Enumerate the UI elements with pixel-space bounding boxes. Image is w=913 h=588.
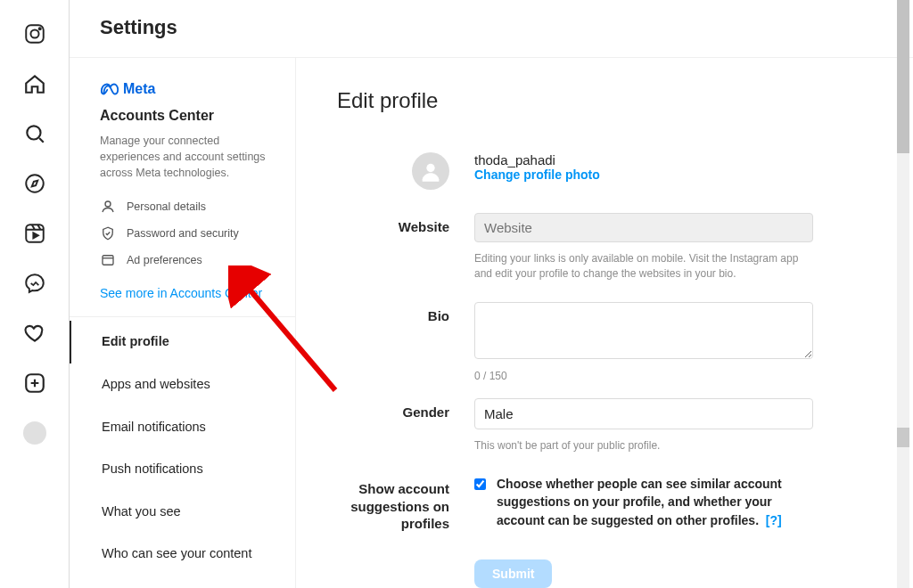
person-icon <box>100 199 116 215</box>
svg-point-7 <box>105 201 111 207</box>
change-profile-photo-link[interactable]: Change profile photo <box>474 167 813 182</box>
meta-logo-icon <box>100 79 119 99</box>
profile-avatar-icon[interactable] <box>22 421 47 445</box>
svg-point-2 <box>38 28 40 29</box>
accounts-center-desc: Manage your connected experiences and ac… <box>100 133 270 181</box>
search-icon[interactable] <box>22 121 47 146</box>
scrollbar-thumb[interactable] <box>897 0 909 153</box>
username-display: thoda_pahadi <box>474 152 813 167</box>
shield-icon <box>100 225 116 241</box>
accounts-center-item-personal[interactable]: Personal details <box>100 193 270 220</box>
svg-point-4 <box>26 175 44 192</box>
edit-profile-panel: Edit profile thoda_pahadi Change profile… <box>296 58 913 588</box>
website-label: Website <box>337 213 474 236</box>
meta-logo: Meta <box>100 79 270 99</box>
nav-what-you-see[interactable]: What you see <box>70 491 295 534</box>
svg-point-3 <box>27 126 40 139</box>
suggestions-text-body: Choose whether people can see similar ac… <box>497 477 782 527</box>
suggestions-help-link[interactable]: [?] <box>766 513 782 527</box>
heart-notifications-icon[interactable] <box>22 321 47 346</box>
accounts-center-title: Accounts Center <box>100 108 270 124</box>
ac-item-label: Ad preferences <box>127 254 202 266</box>
left-nav-rail <box>0 0 70 588</box>
accounts-center-card: Meta Accounts Center Manage your connect… <box>70 58 295 317</box>
profile-photo-row: thoda_pahadi Change profile photo <box>337 152 872 190</box>
bio-row: Bio 0 / 150 <box>337 302 872 382</box>
nav-who-can-see[interactable]: Who can see your content <box>70 533 295 576</box>
website-row: Website Editing your links is only avail… <box>337 213 872 282</box>
website-hint: Editing your links is only available on … <box>474 251 813 282</box>
gender-label: Gender <box>337 398 474 421</box>
nav-edit-profile[interactable]: Edit profile <box>70 321 295 363</box>
bio-textarea[interactable] <box>474 302 813 359</box>
settings-sidebar: Meta Accounts Center Manage your connect… <box>70 58 296 588</box>
create-plus-icon[interactable] <box>22 371 47 396</box>
main-area: Settings Meta Accounts Center Manage you… <box>70 0 913 588</box>
nav-how-others-interact[interactable]: How others can interact with you <box>70 576 295 588</box>
ad-icon <box>100 252 116 268</box>
edit-profile-heading: Edit profile <box>337 88 872 113</box>
gender-hint: This won't be part of your public profil… <box>474 438 813 453</box>
avatar-placeholder-icon <box>412 152 449 190</box>
messenger-icon[interactable] <box>22 271 47 296</box>
nav-apps-and-websites[interactable]: Apps and websites <box>70 363 295 406</box>
suggestions-checkbox[interactable] <box>474 478 486 491</box>
see-more-accounts-center-link[interactable]: See more in Accounts Center <box>100 286 270 300</box>
svg-rect-8 <box>103 256 113 265</box>
suggestions-label: Show account suggestions on profiles <box>337 475 474 533</box>
gender-row: Gender Male This won't be part of your p… <box>337 398 872 453</box>
svg-point-1 <box>30 29 38 37</box>
explore-compass-icon[interactable] <box>22 171 47 196</box>
settings-nav: Edit profile Apps and websites Email not… <box>70 317 295 588</box>
bio-counter: 0 / 150 <box>474 370 813 382</box>
meta-brand-text: Meta <box>123 81 155 97</box>
bio-label: Bio <box>337 302 474 325</box>
ac-item-label: Personal details <box>127 200 206 213</box>
instagram-logo-icon[interactable] <box>22 21 47 46</box>
nav-push-notifications[interactable]: Push notifications <box>70 448 295 491</box>
ac-item-label: Password and security <box>127 227 239 240</box>
website-input <box>474 213 813 242</box>
gender-select[interactable]: Male <box>474 398 813 429</box>
page-header: Settings <box>70 0 913 58</box>
scrollbar-thumb-secondary[interactable] <box>897 428 909 447</box>
page-title: Settings <box>100 16 883 39</box>
accounts-center-item-ad[interactable]: Ad preferences <box>100 247 270 274</box>
suggestions-row: Show account suggestions on profiles Cho… <box>337 475 872 533</box>
accounts-center-item-security[interactable]: Password and security <box>100 220 270 247</box>
svg-point-9 <box>426 164 434 172</box>
nav-email-notifications[interactable]: Email notifications <box>70 406 295 449</box>
submit-row: Submit <box>337 543 872 588</box>
suggestions-text: Choose whether people can see similar ac… <box>497 475 813 529</box>
reels-icon[interactable] <box>22 221 47 246</box>
submit-button[interactable]: Submit <box>474 559 552 588</box>
home-icon[interactable] <box>22 71 47 96</box>
